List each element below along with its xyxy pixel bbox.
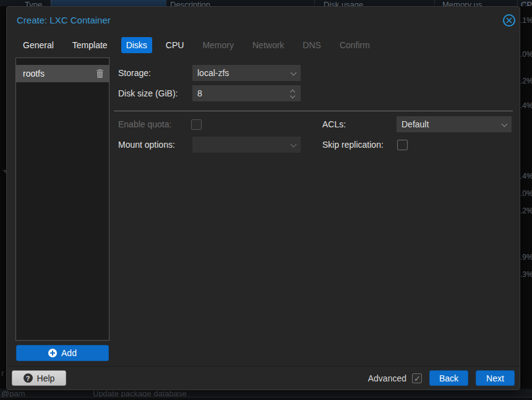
storage-label: Storage: [118,65,151,81]
tab-confirm: Confirm [340,40,370,50]
spinner-down-icon[interactable] [290,93,295,98]
usage-value: .2% [520,77,532,85]
help-button[interactable]: Help [12,370,66,386]
column-header-type: Type [25,0,42,6]
spinner-control[interactable] [291,88,296,98]
dialog-footer: Help Advanced Back Next [7,366,520,389]
storage-select[interactable]: local-zfs [192,65,301,81]
usage-value: .2% [520,206,532,215]
usage-value: .4% [520,172,532,181]
enable-quota-label: Enable quota: [118,116,171,132]
skip-replication-checkbox[interactable] [397,140,408,150]
trash-icon[interactable] [96,69,104,78]
disk-list-panel: rootfs [15,57,109,341]
tab-cpu[interactable]: CPU [166,40,184,50]
column-divider [166,0,166,6]
x-glyph [506,17,512,23]
column-header-cpu-usage: CP [521,0,532,6]
advanced-checkbox[interactable] [412,373,422,383]
background-divider [0,397,532,400]
screen: Type Description Disk usage… Memory us… … [0,0,532,400]
acls-select[interactable]: Default [397,116,512,132]
chevron-down-icon[interactable] [502,121,508,127]
add-mountpoint-button[interactable]: Add [16,345,109,361]
advanced-label: Advanced [368,373,406,383]
mount-options-label: Mount options: [118,137,175,153]
column-divider [314,0,315,6]
column-header-disk-usage: Disk usage… [324,0,371,6]
next-button[interactable]: Next [476,370,515,386]
column-divider [517,0,518,6]
tab-general[interactable]: General [23,40,54,50]
mount-options-select[interactable] [192,137,301,153]
disk-list-item-rootfs[interactable]: rootfs [16,65,109,82]
background-table-header: Type Description Disk usage… Memory us… … [0,0,532,6]
help-button-label: Help [37,373,55,383]
sorted-column-highlight [51,0,166,6]
add-button-label: Add [61,348,77,358]
enable-quota-checkbox [191,119,202,130]
footer-actions: Advanced Back Next [368,370,515,386]
advanced-options-divider [114,111,513,111]
disk-size-input[interactable]: 8 [192,85,301,101]
disk-item-label: rootfs [23,69,45,79]
disk-size-label: Disk size (GiB): [118,85,178,101]
chevron-down-icon[interactable] [291,142,297,148]
tab-network: Network [252,40,284,50]
column-divider [434,0,435,6]
usage-value: .4% [520,101,532,110]
tab-dns: DNS [302,40,321,50]
tab-template[interactable]: Template [72,40,108,50]
disk-size-value: 8 [197,88,202,98]
plus-icon [48,349,57,357]
usage-value: .0% [520,189,532,198]
storage-value: local-zfs [197,68,229,78]
usage-value: .9% [520,253,532,262]
tab-memory: Memory [202,40,234,50]
skip-replication-label: Skip replication: [322,137,384,153]
column-divider [51,0,51,6]
create-lxc-container-dialog: Create: LXC Container General Template D… [6,6,520,390]
acls-label: ACLs: [322,116,346,132]
chevron-down-icon[interactable] [291,70,297,76]
column-header-memory-usage: Memory us… [442,0,490,6]
tab-bar: General Template Disks CPU Memory Networ… [23,36,370,53]
tab-disks[interactable]: Disks [121,37,152,53]
usage-value: .0% [520,50,532,59]
column-header-description: Description [170,0,210,6]
question-icon [24,373,33,383]
back-button[interactable]: Back [429,370,468,386]
close-icon[interactable] [503,14,515,27]
background-text-fragment: r [1,368,4,378]
usage-value: .3% [520,270,532,279]
acls-value: Default [401,119,429,129]
usage-value: .1% [520,16,532,25]
dialog-title: Create: LXC Container [17,15,111,25]
